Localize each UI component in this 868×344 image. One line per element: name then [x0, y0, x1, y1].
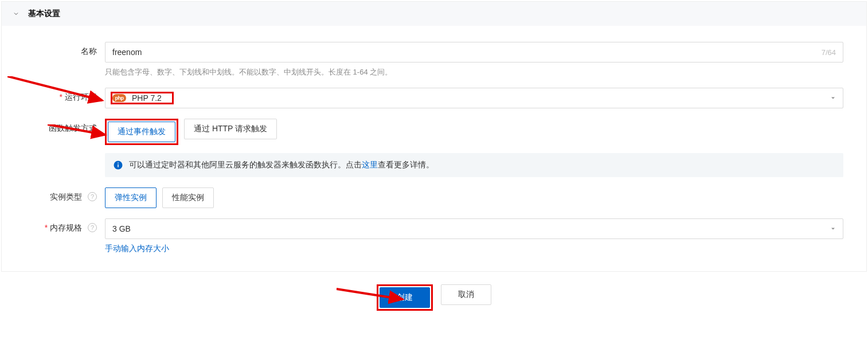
php-icon: php	[112, 94, 126, 102]
chevron-down-icon	[829, 94, 837, 102]
trigger-option-event[interactable]: 通过事件触发	[108, 122, 175, 142]
memory-select[interactable]: 3 GB	[105, 218, 843, 239]
row-memory-link: 手动输入内存大小	[2, 244, 866, 254]
row-trigger: 函数触发方式 通过事件触发 通过 HTTP 请求触发 可以通过定时器和其他阿里云…	[2, 119, 866, 177]
alert-text-suffix: 查看更多详情。	[378, 160, 434, 169]
row-runtime: *运行环境 php PHP 7.2	[2, 88, 866, 108]
trigger-option-http[interactable]: 通过 HTTP 请求触发	[184, 119, 277, 139]
help-icon[interactable]: ?	[88, 223, 97, 232]
instance-type-elastic[interactable]: 弹性实例	[105, 187, 157, 208]
name-input[interactable]	[112, 48, 822, 57]
name-input-wrap[interactable]: 7/64	[105, 42, 843, 62]
panel-title: 基本设置	[28, 9, 60, 19]
trigger-group: 通过事件触发 通过 HTTP 请求触发	[105, 119, 277, 145]
label-instance-type: 实例类型 ?	[2, 187, 105, 202]
instance-type-performance[interactable]: 性能实例	[162, 187, 214, 208]
svg-rect-3	[118, 163, 119, 164]
help-icon[interactable]: ?	[88, 192, 97, 201]
row-instance-type: 实例类型 ? 弹性实例 性能实例	[2, 187, 866, 208]
create-highlight: 创建	[377, 284, 433, 311]
alert-link[interactable]: 这里	[362, 160, 378, 169]
manual-memory-link[interactable]: 手动输入内存大小	[105, 244, 169, 253]
alert-text-prefix: 可以通过定时器和其他阿里云服务的触发器来触发函数执行。点击	[129, 160, 362, 169]
chevron-down-icon	[12, 10, 20, 18]
label-name: 名称	[2, 42, 105, 57]
row-memory: *内存规格 ? 3 GB	[2, 218, 866, 239]
trigger-highlight: 通过事件触发	[105, 119, 178, 145]
create-button[interactable]: 创建	[380, 287, 430, 308]
form: 名称 7/64 只能包含字母、数字、下划线和中划线。不能以数字、中划线开头。长度…	[2, 26, 866, 254]
label-memory: *内存规格 ?	[2, 218, 105, 233]
instance-type-group: 弹性实例 性能实例	[105, 187, 214, 208]
name-counter: 7/64	[822, 48, 836, 57]
runtime-value: PHP 7.2	[132, 93, 172, 103]
runtime-value-highlight: php PHP 7.2	[112, 93, 172, 103]
trigger-info-alert: 可以通过定时器和其他阿里云服务的触发器来触发函数执行。点击这里查看更多详情。	[105, 153, 843, 177]
footer: 创建 取消	[0, 284, 868, 311]
required-asterisk-icon: *	[60, 92, 62, 101]
panel-header[interactable]: 基本设置	[2, 2, 866, 26]
name-hint: 只能包含字母、数字、下划线和中划线。不能以数字、中划线开头。长度在 1-64 之…	[105, 67, 843, 77]
runtime-select[interactable]: php PHP 7.2	[105, 88, 843, 108]
info-icon	[113, 160, 123, 170]
label-runtime: *运行环境	[2, 88, 105, 103]
label-trigger: 函数触发方式	[2, 119, 105, 134]
required-asterisk-icon: *	[45, 223, 48, 232]
svg-rect-2	[118, 165, 119, 167]
memory-value: 3 GB	[112, 224, 131, 233]
chevron-down-icon	[829, 225, 837, 233]
row-name: 名称 7/64 只能包含字母、数字、下划线和中划线。不能以数字、中划线开头。长度…	[2, 42, 866, 77]
basic-settings-panel: 基本设置 名称 7/64 只能包含字母、数字、下划线和中划线。不能以数字、中划线…	[1, 1, 867, 272]
cancel-button[interactable]: 取消	[441, 284, 491, 305]
